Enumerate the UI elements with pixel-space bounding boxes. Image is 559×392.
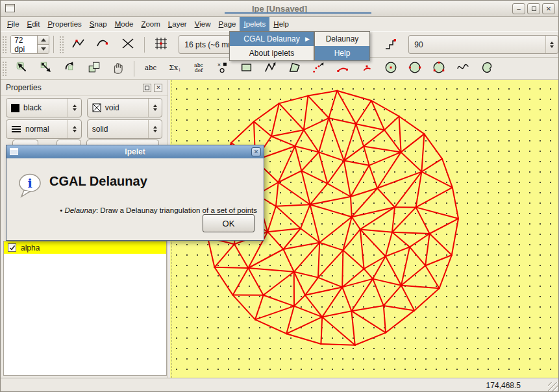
submenu-item-help[interactable]: Help <box>315 46 369 60</box>
minimize-button[interactable]: – <box>512 3 525 14</box>
svg-text:Σx: Σx <box>169 64 179 72</box>
mode-circle-center-button[interactable] <box>381 60 401 78</box>
mode-rotate-button[interactable] <box>60 60 80 78</box>
angle-spinner[interactable] <box>545 36 558 53</box>
mode-spline-button[interactable] <box>309 60 329 78</box>
resolution-up-button[interactable] <box>38 36 49 44</box>
mode-math-button[interactable]: Σxi <box>165 60 184 78</box>
polyline-icon <box>264 60 278 77</box>
mode-arc-button[interactable] <box>333 60 353 78</box>
menu-view[interactable]: View <box>191 17 215 31</box>
statusbar: 174,468.5 <box>1 378 558 392</box>
resize-grip[interactable] <box>548 382 558 392</box>
vertex-snap-button[interactable] <box>69 36 88 54</box>
menu-ipelets[interactable]: Ipelets <box>240 17 269 31</box>
maximize-button[interactable] <box>527 3 540 14</box>
splinegon-icon <box>480 60 494 77</box>
layer-row-alpha[interactable]: alpha <box>4 241 166 254</box>
mode-paragraph-button[interactable]: abcdef <box>189 60 208 78</box>
mode-circle-2pt-button[interactable] <box>405 60 425 78</box>
mode-marks-button[interactable]: × <box>213 60 232 78</box>
mode-resize-button[interactable] <box>84 60 104 78</box>
layer-checkbox[interactable] <box>8 243 16 252</box>
mode-label-button[interactable]: abc <box>141 60 160 78</box>
label-icon: abc <box>143 60 158 77</box>
mode-splinegon-button[interactable] <box>477 60 497 78</box>
menu-zoom[interactable]: Zoom <box>137 17 164 31</box>
fill-value: void <box>105 103 119 112</box>
toolbar-separator <box>134 61 134 77</box>
mode-pan-button[interactable] <box>108 60 128 78</box>
svg-text:abc: abc <box>144 64 156 71</box>
angle-snap-icon <box>384 36 398 53</box>
mode-circle-3pt-button[interactable] <box>429 60 449 78</box>
mode-polyline-button[interactable] <box>261 60 280 78</box>
menu-edit[interactable]: Edit <box>23 17 44 31</box>
paragraph-icon: abcdef <box>192 60 206 77</box>
menu-snap[interactable]: Snap <box>86 17 111 31</box>
angle-combo[interactable]: 90 <box>408 35 558 54</box>
dialog-title: Ipelet <box>6 147 264 156</box>
angle-snap-button[interactable] <box>381 36 401 54</box>
submenu-item-delaunay[interactable]: Delaunay <box>315 32 369 46</box>
stroke-color-combo[interactable]: black <box>6 98 82 117</box>
void-swatch-icon <box>92 103 101 112</box>
menu-help[interactable]: Help <box>269 17 293 31</box>
svg-text:×: × <box>217 62 220 68</box>
pen-width-value: normal <box>25 125 49 134</box>
resolution-down-button[interactable] <box>38 44 49 53</box>
stroke-color-value: black <box>23 103 42 112</box>
ok-button[interactable]: OK <box>203 214 255 232</box>
mode-arc-center-button[interactable] <box>357 60 377 78</box>
submenu-arrow-icon: ▶ <box>305 36 310 42</box>
info-icon: i <box>17 173 44 201</box>
menu-properties[interactable]: Properties <box>43 17 85 31</box>
panel-close-button[interactable]: ✕ <box>154 84 162 92</box>
layer-list: alpha <box>3 241 167 376</box>
resolution-spinbox[interactable]: 72 dpi <box>10 35 49 54</box>
cursor-coordinates: 174,468.5 <box>486 381 521 390</box>
pen-lines-icon <box>11 125 21 134</box>
menu-file[interactable]: File <box>3 17 23 31</box>
polygon-icon <box>288 60 302 77</box>
menu-page[interactable]: Page <box>215 17 240 31</box>
intersection-snap-icon <box>121 36 135 53</box>
menu-item-cgal-delaunay[interactable]: CGAL Delaunay▶ <box>230 32 314 46</box>
dash-style-combo[interactable]: solid <box>87 119 163 139</box>
svg-text:i: i <box>27 176 32 190</box>
mode-translate-button[interactable] <box>36 60 56 78</box>
angle-value: 90 <box>409 40 428 49</box>
toolbar-grip[interactable] <box>59 36 64 53</box>
grid-snap-icon <box>154 36 168 53</box>
fill-combo[interactable]: void <box>87 98 163 117</box>
mode-ink-button[interactable] <box>453 60 473 78</box>
menu-mode[interactable]: Mode <box>111 17 138 31</box>
dialog-titlebar[interactable]: Ipelet ✕ <box>6 145 264 158</box>
grid-snap-button[interactable] <box>151 36 171 54</box>
boundary-snap-button[interactable] <box>93 36 113 54</box>
mode-rectangle-button[interactable] <box>237 60 256 78</box>
svg-text:i: i <box>179 67 180 73</box>
menu-layer[interactable]: Layer <box>164 17 191 31</box>
svg-text:def: def <box>194 67 203 73</box>
toolbar-separator <box>144 37 145 53</box>
panel-float-button[interactable] <box>143 84 151 92</box>
marks-icon: × <box>216 60 230 77</box>
circle-2pt-icon <box>408 60 422 77</box>
circle-center-icon <box>384 60 398 77</box>
pen-width-combo[interactable]: normal <box>6 119 82 139</box>
toolbar-separator <box>53 36 54 53</box>
close-button[interactable]: ✕ <box>542 3 555 14</box>
resize-icon <box>87 60 101 77</box>
menu-item-about-ipelets[interactable]: About ipelets <box>230 46 314 60</box>
black-swatch-icon <box>11 104 19 112</box>
mode-select-button[interactable] <box>12 60 32 78</box>
ipelets-menu: CGAL Delaunay▶About ipelets <box>229 31 314 61</box>
ipelet-dialog: Ipelet ✕ i CGAL Delaunay • Delaunay: Dra… <box>6 145 264 241</box>
intersection-snap-button[interactable] <box>118 36 138 54</box>
menubar: FileEditPropertiesSnapModeZoomLayerViewP… <box>1 17 558 31</box>
dialog-close-button[interactable]: ✕ <box>251 147 261 156</box>
toolbar-grip[interactable] <box>2 61 7 76</box>
toolbar-grip[interactable] <box>2 36 6 53</box>
mode-polygon-button[interactable] <box>285 60 304 78</box>
